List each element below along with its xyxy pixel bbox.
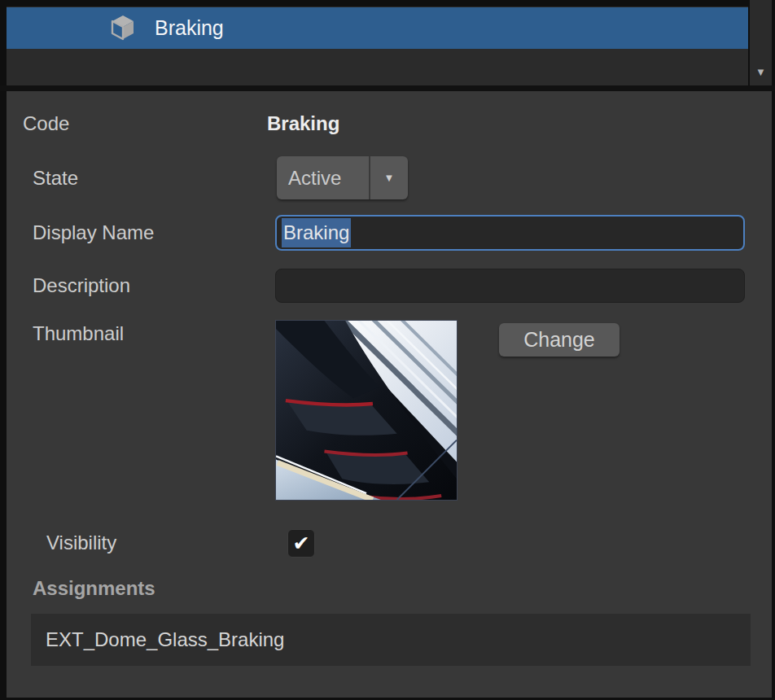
code-value: Braking [267,112,339,135]
checkmark-icon: ✔ [293,532,310,554]
cube-icon [109,14,137,42]
header-separator [0,85,775,91]
properties-panel: Code Braking State Active ▼ Display Name… [7,91,772,698]
thumbnail-label: Thumbnail [33,322,124,345]
chevron-down-icon[interactable]: ▼ [370,156,408,199]
change-thumbnail-button[interactable]: Change [499,323,620,357]
header-title: Braking [155,7,224,49]
visibility-label: Visibility [46,532,116,554]
description-label: Description [33,274,130,297]
inspector-window: Braking ▼ Code Braking State Active ▼ Di… [0,0,775,700]
state-dropdown-value[interactable]: Active [277,156,369,199]
description-input[interactable] [275,269,745,303]
selected-item-row[interactable]: Braking [7,7,748,49]
visibility-checkbox[interactable]: ✔ [287,529,315,558]
display-name-input[interactable]: Braking [275,215,745,251]
display-name-selected-text: Braking [282,218,351,247]
collapse-arrow-icon[interactable]: ▼ [750,63,772,81]
thumbnail-image [275,320,458,501]
code-label: Code [23,112,69,135]
state-label: State [33,167,78,190]
state-dropdown[interactable]: Active ▼ [277,156,408,199]
assignment-list-item[interactable]: EXT_Dome_Glass_Braking [31,614,751,666]
assignments-heading: Assignments [33,577,155,600]
display-name-label: Display Name [33,221,154,244]
